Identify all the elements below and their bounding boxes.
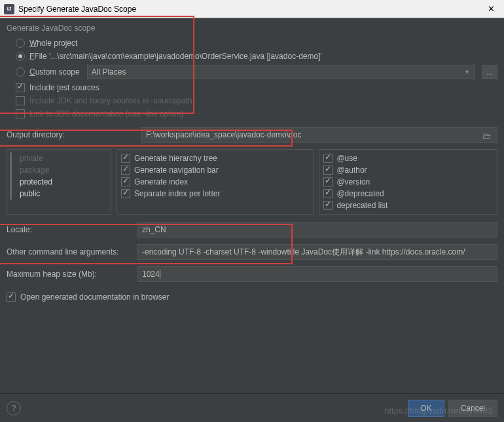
radio-icon (16, 52, 25, 61)
checkbox-icon (323, 166, 333, 175)
output-directory-row: Output directory: F:\workspace\idea_spac… (7, 124, 497, 145)
output-directory-input[interactable]: F:\workspace\idea_space\javadoc-demo\doc… (141, 127, 497, 143)
generate-options: Generate hierarchy tree Generate navigat… (117, 149, 314, 215)
close-icon[interactable]: ✕ (482, 3, 500, 16)
custom-scope-combo[interactable]: All Places ▼ (87, 65, 475, 79)
check-include-jdk[interactable]: Include JDK and library sources in -sour… (7, 94, 497, 107)
titlebar: IJ Specify Generate JavaDoc Scope ✕ (0, 0, 504, 18)
opt-author[interactable]: @author (323, 164, 493, 176)
scope-fieldset: Generate JavaDoc scope Whole project FFi… (7, 24, 497, 120)
checkbox-icon (121, 177, 130, 186)
checkbox-icon (121, 189, 130, 198)
checkbox-icon (121, 154, 130, 163)
check-include-test[interactable]: Include test sources (7, 81, 497, 94)
opt-index[interactable]: Generate index (121, 176, 309, 188)
scope-ellipsis-button[interactable]: ... (482, 65, 497, 79)
checkbox-icon (16, 83, 25, 92)
check-link-jdk[interactable]: Link to JDK documentation (use -link opt… (7, 107, 497, 120)
dialog-buttons: ? OK Cancel (0, 393, 504, 422)
cancel-button[interactable]: Cancel (448, 400, 497, 417)
opt-separate-index[interactable]: Separate index per letter (121, 188, 309, 200)
folder-icon[interactable]: 🗁 (482, 131, 493, 139)
radio-custom-scope[interactable]: Custom scope All Places ▼ ... (7, 63, 497, 81)
checkbox-icon (121, 166, 130, 175)
radio-file[interactable]: FFile '...\src\main\java\com\example\jav… (7, 50, 497, 63)
scope-legend: Generate JavaDoc scope (7, 24, 497, 33)
checkbox-icon (323, 201, 333, 210)
vis-private[interactable]: private (16, 152, 108, 164)
locale-input[interactable]: zh_CN (137, 222, 497, 237)
arguments-row: Other command line arguments: -encoding … (7, 241, 497, 263)
options-section: private package protected public Generat… (7, 149, 497, 215)
locale-row: Locale: zh_CN (7, 219, 497, 241)
opt-deprecated[interactable]: @deprecated (323, 188, 493, 200)
vis-protected[interactable]: protected (16, 176, 108, 188)
tag-options: @use @author @version @deprecated deprec… (319, 149, 497, 215)
heap-row: Maximum heap size (Mb): 1024 (7, 263, 497, 285)
checkbox-icon (7, 292, 16, 302)
visibility-slider[interactable]: private package protected public (7, 149, 111, 215)
checkbox-icon (16, 96, 25, 105)
help-button[interactable]: ? (7, 401, 21, 415)
radio-icon (16, 39, 25, 48)
radio-whole-project[interactable]: Whole project (7, 37, 497, 50)
vis-package[interactable]: package (16, 164, 108, 176)
arguments-input[interactable]: -encoding UTF-8 -charset UTF-8 -windowti… (137, 244, 497, 260)
radio-icon (16, 67, 25, 77)
window-title: Specify Generate JavaDoc Scope (18, 5, 482, 14)
ok-button[interactable]: OK (408, 400, 444, 417)
opt-navbar[interactable]: Generate navigation bar (121, 164, 309, 176)
opt-use[interactable]: @use (323, 152, 493, 164)
opt-deprecated-list[interactable]: deprecated list (323, 200, 493, 211)
heap-input[interactable]: 1024 (137, 266, 497, 282)
checkbox-icon (323, 154, 333, 163)
check-open-browser[interactable]: Open generated documentation in browser (7, 290, 497, 304)
checkbox-icon (323, 177, 333, 186)
app-icon: IJ (4, 4, 14, 14)
opt-hierarchy[interactable]: Generate hierarchy tree (121, 152, 309, 164)
checkbox-icon (323, 189, 333, 198)
chevron-down-icon: ▼ (464, 69, 470, 75)
checkbox-icon (16, 109, 25, 118)
vis-public[interactable]: public (16, 188, 108, 200)
opt-version[interactable]: @version (323, 176, 493, 188)
